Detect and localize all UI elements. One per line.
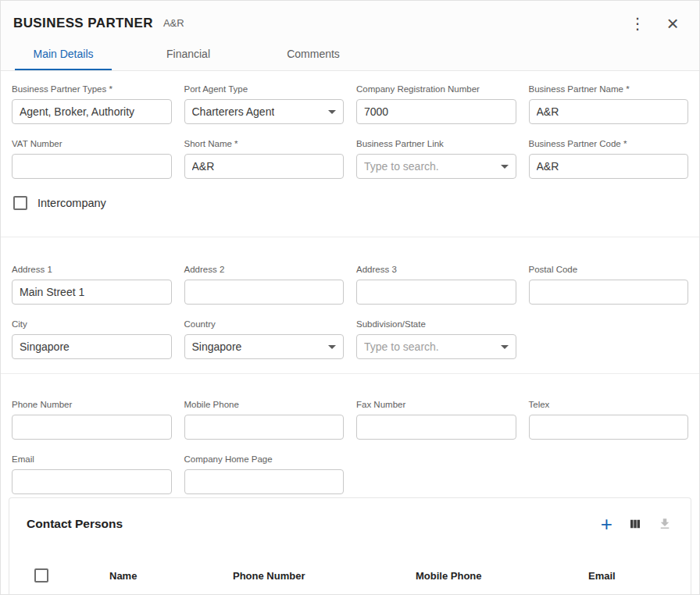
business-partner-dialog: BUSINESS PARTNER A&R ⋮ × Main Details Fi… — [0, 0, 700, 595]
country-select[interactable]: Singapore — [184, 334, 345, 359]
field-vat-number: VAT Number — [12, 138, 172, 179]
vat-number-input[interactable] — [12, 154, 172, 179]
field-address-2: Address 2 — [184, 264, 345, 305]
address-fields-grid: Address 1 Address 2 Address 3 Postal Cod… — [12, 264, 688, 359]
field-postal-code: Postal Code — [529, 264, 689, 305]
field-business-partner-code: Business Partner Code * — [529, 138, 689, 179]
field-mobile-phone: Mobile Phone — [184, 399, 345, 440]
more-options-icon[interactable]: ⋮ — [629, 16, 646, 31]
field-label: Short Name * — [184, 138, 345, 149]
contact-persons-header: Contact Persons + — [9, 498, 691, 534]
field-address-1: Address 1 — [12, 264, 172, 305]
field-business-partner-types: Business Partner Types * — [12, 84, 172, 124]
fax-number-input[interactable] — [356, 415, 516, 440]
postal-code-input[interactable] — [529, 280, 689, 305]
business-partner-name-input[interactable] — [529, 99, 689, 124]
business-partner-link-select[interactable]: Type to search. — [356, 154, 516, 179]
field-label: Business Partner Types * — [12, 84, 172, 94]
title-row: BUSINESS PARTNER A&R ⋮ × — [1, 1, 699, 34]
add-contact-person-icon[interactable]: + — [601, 514, 612, 534]
dialog-header: BUSINESS PARTNER A&R ⋮ × Main Details Fi… — [1, 1, 699, 71]
port-agent-type-select[interactable]: Charterers Agent — [184, 99, 345, 124]
contact-persons-table-header: Name Phone Number Mobile Phone Email — [9, 553, 691, 595]
select-value: Charterers Agent — [192, 105, 275, 118]
company-home-page-input[interactable] — [184, 469, 345, 494]
select-placeholder: Type to search. — [364, 340, 439, 353]
field-label: Email — [12, 454, 172, 465]
contact-persons-title: Contact Persons — [27, 517, 123, 531]
field-label: Postal Code — [529, 264, 689, 275]
field-label: Address 3 — [356, 264, 516, 275]
field-label: Country — [184, 319, 345, 330]
business-partner-code-input[interactable] — [529, 154, 689, 179]
field-company-home-page: Company Home Page — [184, 454, 345, 494]
tab-main-details[interactable]: Main Details — [1, 40, 126, 70]
contact-fields-grid: Phone Number Mobile Phone Fax Number Tel… — [12, 399, 688, 494]
chevron-down-icon — [328, 345, 336, 349]
chevron-down-icon — [501, 345, 509, 349]
field-label: Company Home Page — [184, 454, 345, 465]
subdivision-state-select[interactable]: Type to search. — [356, 334, 516, 359]
company-registration-number-input[interactable] — [356, 99, 516, 124]
field-label: Business Partner Code * — [529, 138, 689, 149]
tab-financial[interactable]: Financial — [126, 40, 251, 70]
field-short-name: Short Name * — [184, 138, 345, 179]
partner-name-subtitle: A&R — [163, 17, 184, 29]
business-partner-types-input[interactable] — [12, 99, 172, 124]
address-1-input[interactable] — [12, 280, 172, 305]
tab-comments[interactable]: Comments — [251, 40, 376, 70]
page-title: BUSINESS PARTNER — [13, 16, 153, 31]
address-2-input[interactable] — [184, 280, 345, 305]
field-label: Subdivision/State — [356, 319, 516, 330]
column-header-name: Name — [109, 570, 233, 582]
field-label: Telex — [529, 399, 689, 410]
column-header-email: Email — [588, 570, 691, 582]
field-label: Business Partner Name * — [529, 84, 689, 94]
field-business-partner-name: Business Partner Name * — [529, 84, 689, 124]
field-address-3: Address 3 — [356, 264, 516, 305]
column-header-phone-number: Phone Number — [233, 570, 416, 582]
intercompany-checkbox[interactable] — [13, 196, 27, 210]
email-input[interactable] — [12, 469, 172, 494]
field-email: Email — [12, 454, 172, 494]
choose-columns-icon[interactable] — [628, 517, 642, 531]
field-business-partner-link: Business Partner Link Type to search. — [356, 138, 516, 179]
address-3-input[interactable] — [356, 280, 516, 305]
address-section: Address 1 Address 2 Address 3 Postal Cod… — [1, 237, 699, 373]
field-label: Address 2 — [184, 264, 345, 275]
field-port-agent-type: Port Agent Type Charterers Agent — [184, 84, 345, 124]
field-label: Phone Number — [12, 399, 172, 410]
field-label: Fax Number — [356, 399, 516, 410]
chevron-down-icon — [501, 165, 509, 169]
field-telex: Telex — [529, 399, 689, 440]
field-label: Company Registration Number — [356, 84, 516, 94]
mobile-phone-input[interactable] — [184, 415, 345, 440]
contact-section: Phone Number Mobile Phone Fax Number Tel… — [1, 374, 699, 494]
field-city: City — [12, 319, 172, 359]
download-icon[interactable] — [658, 517, 672, 531]
telex-input[interactable] — [529, 415, 689, 440]
intercompany-label: Intercompany — [38, 197, 106, 209]
field-fax-number: Fax Number — [356, 399, 516, 440]
field-label: Address 1 — [12, 264, 172, 275]
contact-persons-card: Contact Persons + Name Phone Number Mobi… — [9, 497, 691, 594]
select-all-checkbox[interactable] — [34, 568, 48, 583]
main-fields-grid: Business Partner Types * Port Agent Type… — [12, 84, 688, 179]
chevron-down-icon — [328, 110, 336, 114]
tab-bar: Main Details Financial Comments — [1, 40, 699, 70]
city-input[interactable] — [12, 334, 172, 359]
select-placeholder: Type to search. — [364, 160, 439, 173]
select-value: Singapore — [192, 340, 242, 353]
column-header-mobile-phone: Mobile Phone — [416, 570, 588, 582]
short-name-input[interactable] — [184, 154, 345, 179]
field-label: Mobile Phone — [184, 399, 345, 410]
field-label: VAT Number — [12, 138, 172, 149]
main-details-section: Business Partner Types * Port Agent Type… — [1, 71, 699, 237]
phone-number-input[interactable] — [12, 415, 172, 440]
field-subdivision-state: Subdivision/State Type to search. — [356, 319, 516, 359]
close-icon[interactable]: × — [663, 13, 682, 34]
intercompany-row: Intercompany — [13, 196, 688, 210]
field-label: Business Partner Link — [356, 138, 516, 149]
field-company-registration-number: Company Registration Number — [356, 84, 516, 124]
field-label: Port Agent Type — [184, 84, 345, 94]
